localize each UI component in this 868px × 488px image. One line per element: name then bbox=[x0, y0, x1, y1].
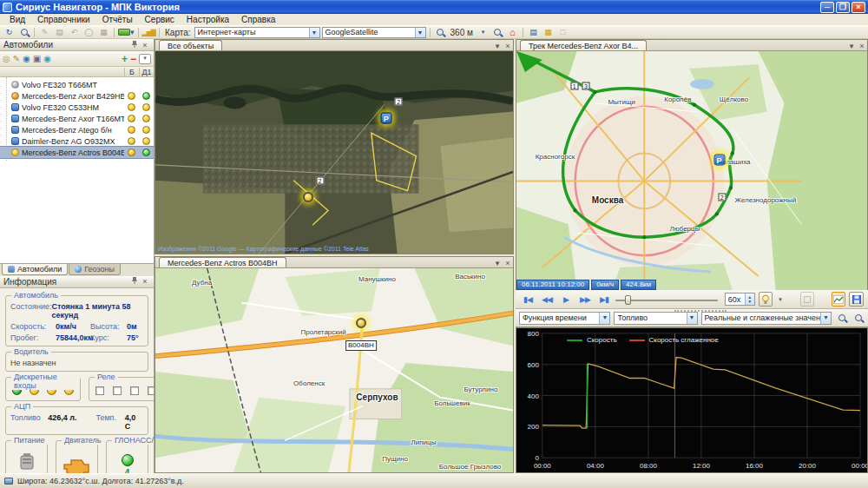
chart-parameter-select[interactable]: Топливо▼ bbox=[614, 312, 697, 325]
actros-map[interactable]: ДубнаМанушкиноВаськиноПролетарскийОболен… bbox=[155, 268, 513, 472]
highlight-button[interactable] bbox=[759, 292, 773, 307]
show-chart-button[interactable] bbox=[832, 292, 846, 307]
close-panel-icon[interactable]: × bbox=[140, 277, 150, 286]
fast-forward-button[interactable]: ▶▶ bbox=[577, 295, 593, 304]
undo-icon[interactable]: ↶ bbox=[68, 27, 81, 38]
vehicle-row[interactable]: Daimler-Benz AG О932МХ bbox=[0, 135, 154, 147]
menu-item-service[interactable]: Сервис bbox=[139, 15, 181, 24]
menu-item-settings[interactable]: Настройка bbox=[181, 15, 235, 24]
tab-close-icon[interactable]: × bbox=[503, 259, 513, 267]
home-icon[interactable]: ⌂ bbox=[506, 27, 519, 38]
layout-menu-button[interactable]: ▾ bbox=[139, 54, 151, 64]
add-vehicle-button[interactable]: + bbox=[122, 53, 128, 65]
chart-zoom-out-icon[interactable] bbox=[852, 313, 865, 324]
fuel-chart[interactable]: 00:0004:0008:0012:0016:0020:0000:0002004… bbox=[516, 327, 868, 473]
edit-icon[interactable]: ✎ bbox=[38, 27, 51, 38]
horizontal-splitter[interactable] bbox=[155, 254, 514, 256]
vehicle-row[interactable]: Mercedes-Benz Axor Т166МТ bbox=[0, 113, 154, 124]
menu-item-reports[interactable]: Отчёты bbox=[96, 15, 139, 24]
map-marker-badge[interactable]: 2 bbox=[395, 98, 403, 106]
tab-track-map[interactable]: Трек Mercedes-Benz Axor В4... bbox=[520, 40, 647, 50]
menu-item-view[interactable]: Вид bbox=[3, 15, 31, 24]
rewind-button[interactable]: ◀◀ bbox=[539, 295, 555, 304]
highlight-caret[interactable]: ▾ bbox=[776, 296, 783, 303]
vehicle-row[interactable]: Volvo FE320 С533НМ bbox=[0, 102, 154, 113]
vehicle-row[interactable]: Volvo FE320 Т666МТ bbox=[0, 79, 154, 90]
chevron-down-icon[interactable]: ▼ bbox=[599, 313, 609, 324]
pin-icon[interactable] bbox=[129, 40, 140, 50]
search-icon[interactable] bbox=[17, 27, 30, 38]
chart-tool-icon[interactable]: ▂▅▇ bbox=[142, 27, 155, 38]
chevron-down-icon[interactable]: ▼ bbox=[309, 28, 319, 37]
slider-thumb[interactable] bbox=[625, 295, 631, 305]
map-layer-select[interactable]: GoogleSatellite▼ bbox=[322, 27, 426, 38]
report-icon[interactable]: ▤ bbox=[527, 27, 540, 38]
refresh-button[interactable]: ↻ bbox=[3, 27, 16, 38]
minimize-button[interactable]: ─ bbox=[820, 2, 834, 13]
relay-checkbox-4[interactable] bbox=[148, 386, 154, 395]
menu-item-directories[interactable]: Справочники bbox=[31, 15, 96, 24]
remove-vehicle-button[interactable]: − bbox=[130, 53, 136, 65]
relay-checkbox-1[interactable] bbox=[95, 386, 104, 395]
map-marker-p[interactable] bbox=[380, 112, 391, 123]
skip-start-button[interactable]: ▮◀ bbox=[520, 295, 536, 304]
map-marker-badge[interactable]: 3 bbox=[582, 82, 589, 89]
notes-icon[interactable]: ▦ bbox=[542, 27, 555, 38]
tab-vehicles[interactable]: Автомобили bbox=[2, 264, 68, 275]
list-icon[interactable]: ▤ bbox=[53, 27, 66, 38]
track-position-slider[interactable] bbox=[615, 293, 718, 306]
truck-menu-button[interactable]: ▾ bbox=[118, 27, 135, 38]
relay-checkbox-2[interactable] bbox=[113, 386, 122, 395]
map-marker-badge[interactable]: 1 bbox=[570, 82, 578, 89]
vehicle-row[interactable]: Mercedes-Benz Actros В004ВН bbox=[0, 147, 154, 158]
vehicle-row[interactable]: Mercedes-Benz Atego б/н bbox=[0, 124, 154, 135]
speed-spinner[interactable]: 60x ▲▼ bbox=[725, 293, 755, 306]
play-button[interactable]: ▶ bbox=[558, 295, 574, 304]
zoom-level[interactable]: 360 м bbox=[449, 28, 475, 37]
chart-mode-select[interactable]: Реальные и сглаженные значен▼ bbox=[701, 312, 832, 325]
map-marker-plate[interactable]: В004ВН bbox=[345, 340, 377, 351]
stop-icon[interactable]: ◯ bbox=[82, 27, 95, 38]
vehicle-row[interactable]: Mercedes-Benz Axor В429НВ bbox=[0, 90, 154, 102]
tab-close-icon[interactable]: × bbox=[857, 42, 867, 50]
chevron-down-icon[interactable]: ▼ bbox=[415, 28, 425, 37]
satellite-map[interactable]: Изображения ©2011 Google — Картографичес… bbox=[155, 51, 513, 254]
chart-function-select[interactable]: Функция времени▼ bbox=[519, 312, 610, 325]
camera-icon[interactable]: ▣ bbox=[33, 54, 41, 63]
tab-all-objects[interactable]: Все объекты bbox=[159, 40, 222, 50]
skip-end-button[interactable]: ▶▮ bbox=[596, 295, 612, 304]
map-marker-vehicle[interactable] bbox=[303, 192, 313, 202]
tab-geozones[interactable]: Геозоны bbox=[69, 264, 121, 275]
tab-menu-icon[interactable]: ▾ bbox=[492, 259, 503, 267]
zoom-in-icon[interactable] bbox=[491, 27, 504, 38]
close-button[interactable]: × bbox=[852, 2, 865, 13]
zoom-out-icon[interactable] bbox=[434, 27, 447, 38]
zoom-level-caret[interactable]: ▾ bbox=[477, 27, 490, 38]
close-panel-icon[interactable]: × bbox=[140, 41, 150, 49]
map-marker-badge[interactable]: 2 bbox=[718, 193, 726, 201]
chevron-down-icon[interactable]: ▼ bbox=[820, 313, 831, 324]
relay-checkbox-3[interactable] bbox=[130, 386, 139, 395]
maximize-button[interactable]: ❐ bbox=[836, 2, 850, 13]
tab-menu-icon[interactable]: ▾ bbox=[846, 42, 857, 50]
column-b[interactable]: Б bbox=[124, 68, 139, 76]
web-icon[interactable]: ◉ bbox=[43, 54, 51, 63]
map-marker-p[interactable] bbox=[713, 155, 725, 166]
tab-actros-map[interactable]: Mercedes-Benz Actros В004ВН bbox=[159, 257, 286, 267]
tab-menu-icon[interactable]: ▾ bbox=[492, 42, 503, 50]
globe-icon[interactable]: ◉ bbox=[23, 54, 30, 63]
map-marker-badge[interactable]: 2 bbox=[316, 177, 324, 185]
map-marker-vehicle[interactable] bbox=[356, 318, 366, 328]
save-button[interactable] bbox=[849, 292, 864, 307]
column-d1[interactable]: Д1 bbox=[139, 68, 154, 76]
menu-item-help[interactable]: Справка bbox=[235, 15, 281, 24]
grid-icon[interactable]: ▦ bbox=[97, 27, 110, 38]
money-icon[interactable]: ◎ bbox=[3, 54, 10, 63]
chart-zoom-in-icon[interactable] bbox=[835, 313, 848, 324]
vertical-splitter[interactable] bbox=[514, 39, 516, 473]
track-map[interactable]: 06.11.2011 10:12:00 0км/ч 424.8км Мытищи… bbox=[516, 51, 867, 290]
tab-close-icon[interactable]: × bbox=[503, 42, 513, 50]
chevron-down-icon[interactable]: ▼ bbox=[687, 313, 697, 324]
spinner-arrows[interactable]: ▲▼ bbox=[745, 293, 754, 305]
pin-icon[interactable] bbox=[129, 276, 140, 287]
